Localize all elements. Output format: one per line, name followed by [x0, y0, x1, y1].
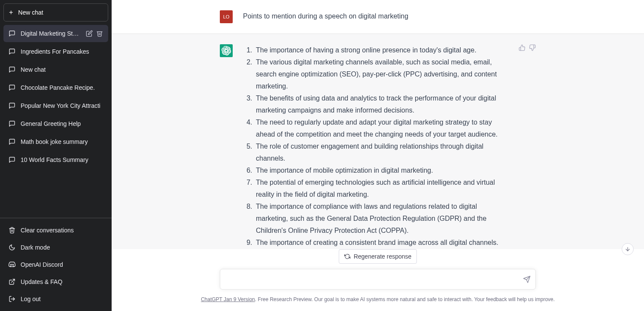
- send-icon: [523, 276, 531, 284]
- list-item: The potential of emerging technologies s…: [254, 177, 508, 201]
- regenerate-label: Regenerate response: [354, 253, 412, 260]
- thumbs-up-button[interactable]: [519, 44, 526, 53]
- main-content: LO Points to mention during a speech on …: [112, 0, 644, 311]
- discord-icon: [9, 261, 15, 268]
- assistant-message-row: The importance of having a strong online…: [112, 34, 644, 249]
- conversation-item[interactable]: New chat: [3, 61, 108, 78]
- user-avatar: LO: [220, 10, 233, 23]
- conversation-label: Chocolate Pancake Recipe.: [21, 84, 103, 91]
- dark-mode-label: Dark mode: [21, 244, 50, 251]
- conversation-label: 10 World Facts Summary: [21, 156, 103, 163]
- conversation-label: Math book joke summary: [21, 138, 103, 145]
- response-list: The importance of having a strong online…: [243, 44, 508, 249]
- list-item: The importance of mobile optimization in…: [254, 165, 508, 177]
- user-message-text: Points to mention during a speech on dig…: [243, 10, 507, 23]
- new-chat-button[interactable]: + New chat: [3, 3, 108, 21]
- regenerate-button[interactable]: Regenerate response: [339, 249, 417, 264]
- footer-note: ChatGPT Jan 9 Version. Free Research Pre…: [112, 296, 644, 302]
- list-item: The benefits of using data and analytics…: [254, 92, 508, 116]
- conversation-item[interactable]: Chocolate Pancake Recipe.: [3, 79, 108, 96]
- new-chat-label: New chat: [18, 9, 43, 16]
- clear-conversations-label: Clear conversations: [21, 227, 74, 234]
- message-input[interactable]: [220, 269, 536, 290]
- conversation-item[interactable]: Ingredients For Pancakes: [3, 43, 108, 60]
- discord-label: OpenAI Discord: [21, 261, 63, 268]
- thumbs-down-button[interactable]: [529, 44, 536, 53]
- chat-icon: [9, 66, 15, 73]
- sidebar-top: + New chat: [0, 0, 112, 25]
- chat-icon: [9, 30, 15, 37]
- plus-icon: +: [9, 9, 13, 16]
- openai-icon: [222, 46, 231, 55]
- assistant-message-text: The importance of having a strong online…: [243, 44, 508, 249]
- delete-icon[interactable]: [96, 30, 103, 37]
- conversation-item[interactable]: Digital Marketing Strate: [3, 25, 108, 42]
- conversation-item[interactable]: Popular New York City Attracti: [3, 97, 108, 114]
- conversation-label: New chat: [21, 66, 103, 73]
- logout-label: Log out: [21, 296, 41, 302]
- external-link-icon: [9, 278, 15, 285]
- conversation-item[interactable]: 10 World Facts Summary: [3, 151, 108, 168]
- updates-faq-label: Updates & FAQ: [21, 278, 62, 285]
- messages-area: LO Points to mention during a speech on …: [112, 0, 644, 249]
- chat-icon: [9, 120, 15, 127]
- svg-line-0: [12, 279, 15, 282]
- conversation-label: Digital Marketing Strate: [21, 30, 81, 37]
- chat-icon: [9, 48, 15, 55]
- chat-icon: [9, 156, 15, 163]
- list-item: The need to regularly update and adapt y…: [254, 116, 508, 140]
- list-item: The importance of compliance with laws a…: [254, 201, 508, 237]
- conversation-label: Popular New York City Attracti: [21, 102, 103, 109]
- refresh-icon: [344, 253, 350, 259]
- chat-icon: [9, 138, 15, 145]
- footer-text: . Free Research Preview. Our goal is to …: [255, 296, 555, 302]
- trash-icon: [9, 227, 15, 234]
- send-button[interactable]: [523, 276, 531, 285]
- list-item: The various digital marketing channels a…: [254, 56, 508, 92]
- logout-button[interactable]: Log out: [3, 290, 108, 308]
- input-area: Regenerate response ChatGPT Jan 9 Versio…: [112, 249, 644, 311]
- version-link[interactable]: ChatGPT Jan 9 Version: [201, 296, 255, 302]
- list-item: The importance of creating a consistent …: [254, 237, 508, 249]
- dark-mode-button[interactable]: Dark mode: [3, 239, 108, 256]
- list-item: The role of customer engagement and buil…: [254, 140, 508, 165]
- list-item: The importance of having a strong online…: [254, 44, 508, 56]
- feedback-buttons: [519, 44, 536, 249]
- sidebar-bottom: Clear conversations Dark mode OpenAI Dis…: [0, 218, 112, 311]
- conversation-item[interactable]: Math book joke summary: [3, 133, 108, 150]
- sidebar: + New chat Digital Marketing StrateIngre…: [0, 0, 112, 311]
- conversation-label: General Greeting Help: [21, 120, 103, 127]
- logout-icon: [9, 296, 15, 302]
- conversation-label: Ingredients For Pancakes: [21, 48, 103, 55]
- discord-button[interactable]: OpenAI Discord: [3, 256, 108, 273]
- chat-icon: [9, 84, 15, 91]
- moon-icon: [9, 244, 15, 251]
- user-message-row: LO Points to mention during a speech on …: [112, 0, 644, 34]
- clear-conversations-button[interactable]: Clear conversations: [3, 222, 108, 239]
- chat-icon: [9, 102, 15, 109]
- assistant-avatar: [220, 44, 233, 57]
- edit-icon[interactable]: [86, 30, 93, 37]
- conversation-list: Digital Marketing StrateIngredients For …: [0, 25, 112, 218]
- updates-faq-button[interactable]: Updates & FAQ: [3, 273, 108, 290]
- conversation-item[interactable]: General Greeting Help: [3, 115, 108, 132]
